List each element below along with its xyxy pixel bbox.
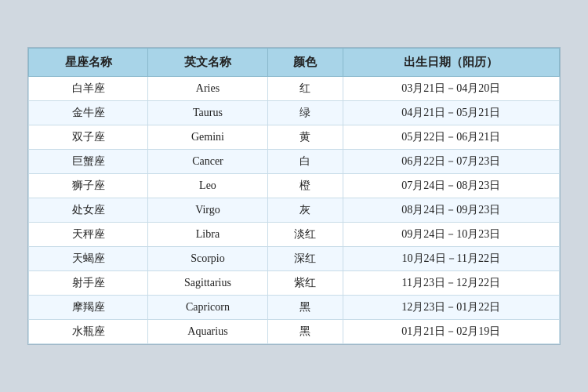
table-cell: 深红: [267, 247, 343, 271]
table-cell: Taurus: [148, 101, 267, 125]
table-row: 处女座Virgo灰08月24日－09月23日: [29, 198, 560, 223]
table-cell: 水瓶座: [29, 320, 148, 344]
table-row: 摩羯座Capricorn黑12月23日－01月22日: [29, 296, 560, 320]
table-cell: 摩羯座: [29, 296, 148, 320]
table-row: 巨蟹座Cancer白06月22日－07月23日: [29, 150, 560, 174]
table-cell: Leo: [148, 174, 267, 198]
table-cell: 紫红: [267, 271, 343, 296]
table-cell: 灰: [267, 198, 343, 223]
table-cell: 01月21日－02月19日: [343, 320, 559, 344]
table-cell: Aquarius: [148, 320, 267, 344]
table-cell: 绿: [267, 101, 343, 125]
table-cell: 05月22日－06月21日: [343, 125, 559, 150]
table-row: 白羊座Aries红03月21日－04月20日: [29, 77, 560, 101]
table-cell: 狮子座: [29, 174, 148, 198]
table-cell: 黑: [267, 296, 343, 320]
table-header-cell: 出生日期（阳历）: [343, 49, 559, 77]
table-row: 天蝎座Scorpio深红10月24日－11月22日: [29, 247, 560, 271]
table-row: 水瓶座Aquarius黑01月21日－02月19日: [29, 320, 560, 344]
table-cell: Capricorn: [148, 296, 267, 320]
table-cell: 07月24日－08月23日: [343, 174, 559, 198]
table-cell: 03月21日－04月20日: [343, 77, 559, 101]
table-cell: 橙: [267, 174, 343, 198]
table-row: 狮子座Leo橙07月24日－08月23日: [29, 174, 560, 198]
table-cell: 白羊座: [29, 77, 148, 101]
table-row: 射手座Sagittarius紫红11月23日－12月22日: [29, 271, 560, 296]
table-header-cell: 颜色: [267, 49, 343, 77]
table-cell: Scorpio: [148, 247, 267, 271]
table-header-row: 星座名称英文名称颜色出生日期（阳历）: [29, 49, 560, 77]
zodiac-table: 星座名称英文名称颜色出生日期（阳历） 白羊座Aries红03月21日－04月20…: [28, 48, 560, 344]
table-cell: 08月24日－09月23日: [343, 198, 559, 223]
table-header-cell: 英文名称: [148, 49, 267, 77]
table-cell: 10月24日－11月22日: [343, 247, 559, 271]
table-cell: 12月23日－01月22日: [343, 296, 559, 320]
table-cell: Libra: [148, 223, 267, 247]
table-cell: 04月21日－05月21日: [343, 101, 559, 125]
table-row: 双子座Gemini黄05月22日－06月21日: [29, 125, 560, 150]
table-cell: 黄: [267, 125, 343, 150]
table-header-cell: 星座名称: [29, 49, 148, 77]
table-cell: 黑: [267, 320, 343, 344]
zodiac-table-wrapper: 星座名称英文名称颜色出生日期（阳历） 白羊座Aries红03月21日－04月20…: [27, 47, 561, 345]
table-cell: 09月24日－10月23日: [343, 223, 559, 247]
table-cell: 射手座: [29, 271, 148, 296]
table-body: 白羊座Aries红03月21日－04月20日金牛座Taurus绿04月21日－0…: [29, 77, 560, 344]
table-cell: Virgo: [148, 198, 267, 223]
table-row: 天秤座Libra淡红09月24日－10月23日: [29, 223, 560, 247]
table-cell: Gemini: [148, 125, 267, 150]
table-cell: 淡红: [267, 223, 343, 247]
table-cell: 白: [267, 150, 343, 174]
table-cell: 双子座: [29, 125, 148, 150]
table-cell: Sagittarius: [148, 271, 267, 296]
table-cell: 11月23日－12月22日: [343, 271, 559, 296]
table-cell: 天秤座: [29, 223, 148, 247]
table-cell: 06月22日－07月23日: [343, 150, 559, 174]
table-cell: 红: [267, 77, 343, 101]
table-cell: 处女座: [29, 198, 148, 223]
table-cell: 金牛座: [29, 101, 148, 125]
table-cell: Cancer: [148, 150, 267, 174]
table-cell: Aries: [148, 77, 267, 101]
table-cell: 巨蟹座: [29, 150, 148, 174]
table-cell: 天蝎座: [29, 247, 148, 271]
table-row: 金牛座Taurus绿04月21日－05月21日: [29, 101, 560, 125]
